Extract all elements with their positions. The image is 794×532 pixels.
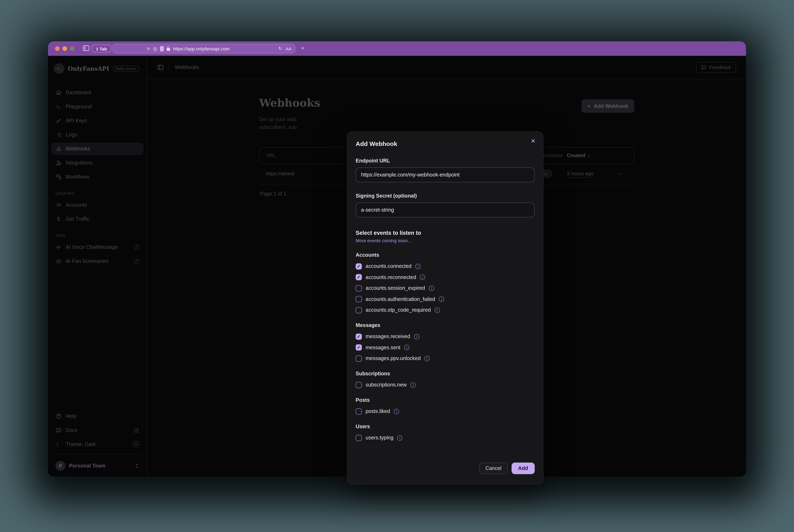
sidebar-item-label: Docs	[66, 428, 77, 433]
info-icon[interactable]: i	[435, 307, 440, 313]
sidebar-nav: Dashboard Playground API Keys Logs	[51, 87, 144, 269]
sidebar-toggle-icon[interactable]	[83, 45, 89, 51]
checkbox[interactable]: ✓	[356, 382, 362, 388]
moon-icon: ☾	[55, 441, 62, 448]
event-checkbox-row[interactable]: ✓ accounts.authentication_failed i	[356, 296, 535, 302]
onlyfans-logo-icon	[55, 202, 62, 208]
event-checkbox-row[interactable]: ✓ messages.ppv.unlocked i	[356, 355, 535, 362]
page-title: Webhooks	[259, 97, 634, 109]
home-icon	[55, 90, 62, 95]
zoom-window-button[interactable]	[70, 46, 74, 51]
sidebar-item-label: Integrations	[66, 160, 93, 166]
sidebar-item-accounts[interactable]: Accounts	[51, 199, 144, 211]
cancel-button[interactable]: Cancel	[479, 462, 508, 474]
checkbox[interactable]: ✓	[356, 344, 362, 350]
checkbox[interactable]: ✓	[356, 307, 362, 313]
sidebar-item-playground[interactable]: Playground	[51, 100, 144, 113]
address-bar[interactable]: ◎ https://app.onlyfansapi.com ↻ AA	[112, 44, 295, 53]
event-name: subscriptions.new	[366, 382, 407, 388]
sidebar-item-dashboard[interactable]: Dashboard	[51, 87, 144, 99]
event-checkbox-row[interactable]: ✓ subscriptions.new i	[356, 382, 535, 388]
help-circle-icon	[55, 413, 62, 419]
modal-title: Add Webhook	[356, 140, 535, 147]
terminal-icon	[55, 104, 62, 110]
help-circle-icon[interactable]: ?	[134, 245, 140, 250]
event-checkbox-row[interactable]: ✓ posts.liked i	[356, 408, 535, 415]
reload-icon[interactable]: ↻	[278, 46, 282, 51]
created-timestamp: 5 hours ago	[567, 171, 593, 178]
event-checkbox-row[interactable]: ✓ messages.received i	[356, 333, 535, 340]
event-name: accounts.session_expired	[366, 285, 425, 291]
sidebar-item-docs[interactable]: Docs	[51, 424, 144, 437]
url-fragment: https://aband	[266, 171, 294, 176]
row-menu-button[interactable]: ⋯	[617, 171, 634, 177]
webhook-icon	[55, 146, 62, 152]
sidebar-item-integrations[interactable]: Integrations	[51, 157, 144, 169]
checkbox[interactable]: ✓	[356, 355, 362, 361]
checkbox[interactable]: ✓	[356, 296, 362, 302]
checkbox[interactable]: ✓	[356, 435, 362, 441]
chevrons-up-down-icon	[134, 463, 140, 469]
team-switcher[interactable]: P Personal Team	[51, 458, 144, 473]
tab-count-button[interactable]: 1 Tab	[92, 45, 111, 53]
sidebar-item-ai-voice[interactable]: AI Voice ChatMessage ?	[51, 241, 144, 253]
sidebar-item-theme[interactable]: ☾ Theme: Dark M	[51, 438, 144, 451]
add-button[interactable]: Add	[511, 462, 535, 474]
event-checkbox-row[interactable]: ✓ users.typing i	[356, 434, 535, 441]
checkbox[interactable]: ✓	[356, 274, 362, 280]
info-icon[interactable]: i	[397, 435, 403, 440]
sidebar-item-webhooks[interactable]: Webhooks	[51, 142, 144, 155]
event-checkbox-row[interactable]: ✓ accounts.reconnected i	[356, 274, 535, 281]
extension-icon[interactable]	[160, 46, 164, 51]
info-icon[interactable]: i	[410, 382, 416, 387]
event-name: posts.liked	[366, 408, 390, 414]
info-icon[interactable]: i	[394, 408, 399, 414]
reader-mode-button[interactable]: AA	[285, 46, 292, 51]
event-name: accounts.authentication_failed	[366, 296, 435, 302]
puzzle-icon	[55, 160, 62, 166]
event-checkbox-row[interactable]: ✓ messages.sent i	[356, 344, 535, 351]
sidebar-item-ai-fan-summaries[interactable]: AI Fan Summaries ?	[51, 255, 144, 267]
event-checkbox-row[interactable]: ✓ accounts.connected i	[356, 263, 535, 269]
sidebar-item-api-keys[interactable]: API Keys	[51, 114, 144, 127]
add-webhook-button[interactable]: + Add Webhook	[581, 99, 634, 113]
info-icon[interactable]: i	[414, 334, 419, 339]
help-circle-icon[interactable]: ?	[134, 259, 140, 264]
sidebar-item-get-traffic[interactable]: $ Get Traffic	[51, 213, 144, 225]
privacy-report-icon[interactable]	[147, 47, 150, 50]
info-icon[interactable]: i	[415, 264, 421, 269]
signing-secret-input[interactable]	[356, 203, 535, 217]
minimize-window-button[interactable]	[62, 46, 67, 51]
checkbox[interactable]: ✓	[356, 408, 362, 414]
app-logo: >_ OnlyFansAPI Early access	[48, 56, 147, 74]
browser-titlebar: 1 Tab ◎ https://app.onlyfansapi.com ↻ AA…	[48, 41, 746, 56]
theme-shortcut-key: M	[133, 441, 140, 448]
close-window-button[interactable]	[55, 46, 59, 51]
close-icon[interactable]: ✕	[531, 138, 536, 144]
event-checkbox-row[interactable]: ✓ accounts.otp_code_required i	[356, 307, 535, 313]
panel-left-icon[interactable]	[157, 64, 164, 71]
feedback-button[interactable]: Feedback	[696, 62, 736, 73]
endpoint-url-input[interactable]	[356, 167, 535, 182]
sidebar-item-label: Webhooks	[66, 146, 90, 152]
shield-icon[interactable]: ◎	[153, 46, 158, 52]
sidebar-item-workflows[interactable]: Workflows	[51, 171, 144, 183]
info-icon[interactable]: i	[424, 356, 430, 361]
info-icon[interactable]: i	[439, 297, 444, 302]
desktop: 1 Tab ◎ https://app.onlyfansapi.com ↻ AA…	[0, 0, 794, 532]
sidebar-item-label: Playground	[66, 104, 92, 110]
info-icon[interactable]: i	[429, 285, 434, 291]
column-created[interactable]: Created ↓	[567, 153, 617, 158]
checkbox[interactable]: ✓	[356, 263, 362, 269]
event-checkbox-row[interactable]: ✓ accounts.session_expired i	[356, 285, 535, 291]
new-tab-button[interactable]: +	[301, 45, 304, 51]
endpoint-url-label: Endpoint URL	[356, 158, 535, 164]
info-icon[interactable]: i	[404, 345, 409, 350]
app-name: OnlyFansAPI	[68, 65, 109, 72]
sidebar-item-help[interactable]: Help	[51, 410, 144, 422]
feedback-label: Feedback	[709, 64, 731, 70]
sidebar-item-logs[interactable]: Logs	[51, 129, 144, 141]
checkbox[interactable]: ✓	[356, 334, 362, 340]
info-icon[interactable]: i	[420, 274, 425, 280]
checkbox[interactable]: ✓	[356, 285, 362, 291]
